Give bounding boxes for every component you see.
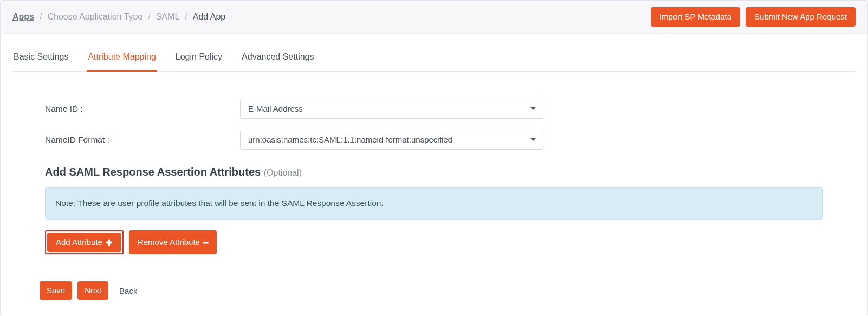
remove-attribute-button[interactable]: Remove Attribute ━	[129, 230, 217, 254]
breadcrumb: Apps / Choose Application Type / SAML / …	[12, 12, 225, 22]
breadcrumb-sep: /	[40, 12, 42, 22]
plus-icon: ✚	[106, 238, 113, 247]
breadcrumb-apps[interactable]: Apps	[12, 12, 34, 22]
back-link[interactable]: Back	[119, 286, 137, 295]
nameid-label: Name ID :	[45, 104, 240, 114]
breadcrumb-add-app: Add App	[193, 12, 226, 22]
nameid-select[interactable]: E-Mail Address	[240, 99, 543, 119]
note-box: Note: These are user profile attributes …	[45, 187, 823, 220]
nameid-format-label: NameID Format :	[45, 135, 240, 145]
breadcrumb-sep: /	[185, 12, 187, 22]
minus-icon: ━	[203, 238, 208, 247]
nameid-format-select[interactable]: urn:oasis:names:tc:SAML:1.1:nameid-forma…	[240, 130, 543, 150]
import-sp-metadata-button[interactable]: Import SP Metadata	[651, 7, 740, 27]
submit-new-app-request-button[interactable]: Submit New App Request	[746, 7, 856, 27]
next-button[interactable]: Next	[77, 281, 108, 300]
breadcrumb-choose-type[interactable]: Choose Application Type	[47, 12, 142, 22]
tab-basic-settings[interactable]: Basic Settings	[12, 44, 69, 72]
section-title: Add SAML Response Assertion Attributes (…	[45, 166, 823, 178]
save-button[interactable]: Save	[40, 281, 72, 300]
add-attribute-button[interactable]: Add Attribute ✚	[47, 233, 121, 252]
tab-login-policy[interactable]: Login Policy	[174, 44, 223, 72]
tab-advanced-settings[interactable]: Advanced Settings	[241, 44, 315, 72]
tab-bar: Basic Settings Attribute Mapping Login P…	[12, 44, 856, 72]
breadcrumb-sep: /	[148, 12, 150, 22]
add-attribute-highlight: Add Attribute ✚	[45, 230, 124, 254]
breadcrumb-saml[interactable]: SAML	[156, 12, 180, 22]
tab-attribute-mapping[interactable]: Attribute Mapping	[87, 44, 157, 72]
